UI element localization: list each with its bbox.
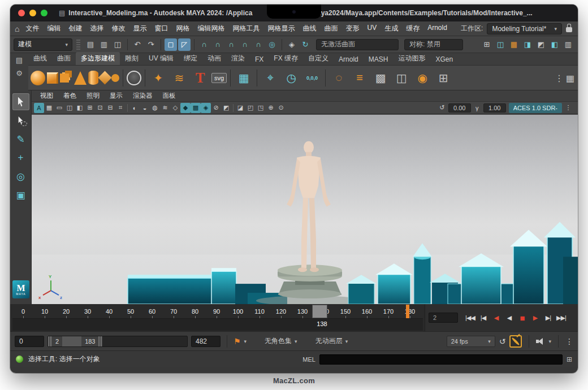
chevron-down-icon[interactable]: ▾: [244, 339, 247, 344]
step-forward-key-button[interactable]: ▶: [529, 311, 542, 324]
menu-item[interactable]: 文件: [21, 24, 43, 33]
save-scene-icon[interactable]: ◫: [111, 38, 124, 51]
close-button[interactable]: [18, 10, 25, 16]
outliner-icon[interactable]: ▥: [562, 38, 574, 51]
timeline-bookmark[interactable]: [406, 305, 409, 318]
gate-mask-icon[interactable]: ◧: [75, 103, 85, 113]
shelf-tab[interactable]: 自定义: [303, 52, 334, 65]
shelf-tab[interactable]: 雕刻: [120, 52, 144, 65]
view-transform-selector[interactable]: ACES 1.0 SDR-: [509, 103, 562, 113]
shelf-item[interactable]: [123, 70, 123, 86]
xray-icon[interactable]: ⊘: [211, 103, 221, 113]
shelf-tab[interactable]: UV 编辑: [144, 52, 179, 65]
poly-cone-icon[interactable]: [74, 71, 87, 85]
range-start-handle[interactable]: [48, 336, 52, 346]
grid-block-icon[interactable]: ▩: [371, 68, 390, 88]
playback-end-value[interactable]: 183: [81, 336, 98, 346]
toolbar-grip[interactable]: [76, 40, 80, 50]
go-to-end-button[interactable]: ▶▶|: [555, 311, 568, 324]
rotate-tool-button[interactable]: ◎: [12, 168, 29, 185]
pixel-grid-icon[interactable]: ⊞: [434, 68, 453, 88]
paint-select-tool-button[interactable]: ✎: [12, 131, 29, 148]
drag-select-icon[interactable]: ◸: [178, 38, 191, 51]
combine-icon[interactable]: ◫: [392, 68, 411, 88]
new-scene-icon[interactable]: ▤: [84, 38, 97, 51]
play-backward-button[interactable]: ◀: [503, 311, 516, 324]
panel-menu-item[interactable]: 面板: [158, 92, 181, 100]
mel-input[interactable]: [319, 354, 563, 365]
shelf-tab[interactable]: 动画: [202, 52, 226, 65]
range-slider[interactable]: 2 183: [47, 336, 188, 347]
shelf-item[interactable]: [145, 70, 145, 86]
script-editor-icon[interactable]: ⊞: [567, 356, 572, 363]
lasso-tool-button[interactable]: [12, 112, 29, 129]
shelf-tab[interactable]: 渲染: [226, 52, 250, 65]
texture-placement-icon[interactable]: ◰: [245, 103, 256, 113]
animation-preferences-icon[interactable]: ⋮: [565, 337, 573, 346]
snap-to-projected-center-icon[interactable]: ∩: [239, 38, 251, 51]
menu-item[interactable]: 编辑网格: [193, 24, 228, 33]
menu-item[interactable]: 创建: [64, 24, 86, 33]
wireframe-icon[interactable]: ◇: [170, 103, 180, 113]
shelf-tab[interactable]: 多边形建模: [76, 52, 120, 65]
undo-icon[interactable]: ↶: [131, 38, 144, 51]
shelf-tab[interactable]: FX: [250, 54, 269, 65]
menu-item[interactable]: 变形: [341, 24, 363, 33]
range-bar[interactable]: [62, 336, 81, 346]
light-editor-icon[interactable]: ◩: [535, 38, 547, 51]
isolate-select-icon[interactable]: ◩: [221, 103, 231, 113]
viewport-options-icon[interactable]: ⋮: [563, 103, 573, 113]
menu-item[interactable]: 曲线: [299, 24, 320, 33]
stop-button[interactable]: ■: [516, 311, 529, 324]
ipr-render-icon[interactable]: ◫: [494, 38, 507, 51]
step-back-frame-button[interactable]: |◀: [477, 311, 490, 324]
modeling-toolkit-icon[interactable]: ◧: [548, 38, 561, 51]
shelf-item[interactable]: [325, 70, 326, 86]
poly-prism-icon[interactable]: [98, 71, 111, 84]
select-camera-icon[interactable]: A: [34, 103, 44, 113]
menu-item[interactable]: 网格: [172, 24, 193, 33]
snap-to-point-icon[interactable]: ∩: [225, 38, 237, 51]
type-tool-icon[interactable]: T: [191, 68, 210, 88]
menu-item[interactable]: 修改: [107, 24, 129, 33]
construction-history-icon[interactable]: ↻: [299, 38, 312, 51]
menu-item[interactable]: 网格显示: [263, 24, 299, 33]
make-live-icon[interactable]: ◎: [266, 38, 278, 51]
menu-set-selector[interactable]: 建模 ▾: [14, 38, 72, 51]
open-scene-icon[interactable]: ▥: [98, 38, 110, 51]
hypershade-icon[interactable]: ◨: [521, 38, 534, 51]
resolution-gate-icon[interactable]: ◫: [64, 103, 75, 113]
viewcube-icon[interactable]: ◳: [256, 103, 266, 113]
menu-item[interactable]: 生成: [381, 24, 402, 33]
menu-item[interactable]: Arnold: [423, 24, 451, 33]
snap-to-grid-icon[interactable]: ∩: [198, 38, 210, 51]
lighting-icon[interactable]: ◐: [129, 103, 140, 113]
auto-keyframe-toggle[interactable]: [509, 335, 522, 348]
range-end-handle[interactable]: [98, 336, 102, 346]
field-chart-icon[interactable]: ⊞: [85, 103, 95, 113]
speaker-icon[interactable]: [536, 337, 544, 345]
sweep-mesh-icon[interactable]: ≋: [170, 68, 189, 88]
panel-menu-item[interactable]: 渲染器: [128, 92, 158, 100]
poly-cube-icon[interactable]: [47, 72, 58, 84]
shelf-gear-icon[interactable]: ⚙: [16, 69, 23, 77]
active-surface-field[interactable]: 无激活曲面: [316, 39, 399, 50]
shelf-overflow-icon[interactable]: ⋮: [555, 73, 564, 84]
chevron-down-icon[interactable]: ▾: [548, 339, 551, 344]
shelf-item[interactable]: [257, 70, 257, 86]
lock-icon[interactable]: [566, 27, 572, 32]
shelf-item[interactable]: [230, 70, 231, 86]
zoom-button[interactable]: [41, 10, 47, 16]
snap-to-view-plane-icon[interactable]: ∩: [252, 38, 265, 51]
safe-action-icon[interactable]: ⊡: [95, 103, 105, 113]
construction-axis-icon[interactable]: ⌖: [261, 68, 280, 88]
shelf-tab[interactable]: 绑定: [179, 52, 202, 65]
shelf-tab[interactable]: MASH: [364, 54, 394, 65]
origin-coords-icon[interactable]: 0,0,0: [302, 68, 322, 88]
panel-menu-item[interactable]: 视图: [35, 92, 58, 100]
character-model[interactable]: [287, 141, 331, 272]
object-layers-icon[interactable]: ≡: [350, 68, 369, 88]
titlebar[interactable]: ▤ Interactive_Modeling.ma - Autodesk MAY…: [10, 5, 578, 21]
shelf-tab-menu-icon[interactable]: ▤: [16, 56, 23, 64]
poly-torus-icon[interactable]: [111, 74, 119, 82]
